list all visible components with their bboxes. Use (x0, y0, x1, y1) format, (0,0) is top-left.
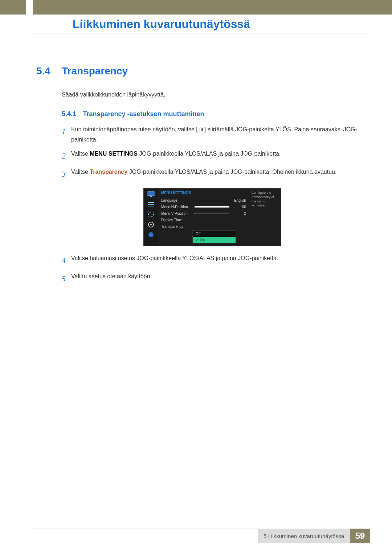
step-text: Valitse Transparency JOG-painikkeella YL… (71, 167, 363, 181)
step-number: 3 (62, 167, 71, 181)
osd-row: Language English (161, 197, 246, 204)
step-number: 1 (62, 124, 71, 145)
osd-row-value: English (232, 198, 246, 202)
svg-rect-5 (149, 212, 153, 217)
osd-option: Off (193, 231, 236, 237)
step-number: 5 (62, 271, 71, 286)
subsection-number: 5.4.1 (62, 110, 76, 118)
step-text: Valittu asetus otetaan käyttöön. (71, 271, 363, 286)
osd-row-label: Menu H-Position (161, 205, 192, 209)
svg-rect-1 (150, 196, 152, 197)
step-text-pre: Kun toimintonäppäinopas tulee näyttöön, … (71, 126, 198, 132)
osd-slider (195, 213, 229, 214)
svg-rect-0 (148, 192, 154, 196)
step-item: 3 Valitse Transparency JOG-painikkeella … (62, 167, 363, 181)
step-text: Valitse haluamasi asetus JOG-painikkeell… (71, 253, 363, 268)
svg-marker-8 (148, 214, 149, 215)
svg-rect-2 (148, 202, 154, 203)
step-item: 1 Kun toimintonäppäinopas tulee näyttöön… (62, 124, 363, 145)
osd-row-label: Display Time (161, 218, 192, 222)
monitor-icon (147, 191, 155, 197)
section-title: Transparency (62, 65, 128, 77)
svg-rect-3 (148, 204, 154, 205)
svg-marker-7 (150, 217, 152, 218)
step-item: 5 Valittu asetus otetaan käyttöön. (62, 271, 363, 286)
step-list: 1 Kun toimintonäppäinopas tulee näyttöön… (62, 124, 363, 286)
page-header: Liikkuminen kuvaruutunäytössä (33, 14, 370, 33)
svg-text:i: i (150, 233, 151, 237)
osd-row-label: Language (161, 198, 192, 202)
step-text-post: JOG-painikkeella YLÖS/ALAS ja paina JOG-… (127, 169, 336, 175)
position-icon (147, 211, 155, 218)
chapter-title: Liikkuminen kuvaruutunäytössä (73, 14, 370, 31)
osd-sidebar: i (144, 189, 158, 246)
subsection-heading: 5.4.1 Transparency -asetuksen muuttamine… (62, 110, 363, 118)
section-heading: 5.4 Transparency (36, 65, 363, 77)
check-icon: ✓ (196, 238, 199, 242)
svg-marker-6 (150, 211, 152, 212)
osd-dropdown: Off ✓ On (192, 230, 236, 243)
osd-main: MENU SETTINGS Language English Menu H-Po… (158, 189, 249, 246)
osd-row: Transparency (161, 223, 246, 230)
step-text: Valitse MENU SETTINGS JOG-painikkeella Y… (71, 149, 363, 163)
osd-slider (195, 206, 229, 208)
step-number: 2 (62, 149, 71, 163)
gear-icon (147, 221, 155, 228)
header-stripe-gap (26, 0, 33, 15)
menu-icon (198, 127, 204, 132)
step-text-post: JOG-painikkeella YLÖS/ALAS ja paina JOG-… (138, 151, 281, 157)
step-text-bold: MENU SETTINGS (90, 151, 138, 157)
osd-row-label: Transparency (161, 225, 192, 229)
svg-marker-9 (153, 214, 154, 215)
osd-row: Display Time (161, 217, 246, 223)
step-text-pre: Valitse (71, 169, 90, 175)
footer-chapter: 5 Liikkuminen kuvaruutunäytössä (258, 529, 350, 543)
osd-row-value: 2 (232, 212, 246, 216)
svg-point-11 (150, 224, 152, 225)
step-text: Kun toimintonäppäinopas tulee näyttöön, … (71, 124, 363, 145)
osd-option-label: On (200, 238, 205, 242)
step-item: 2 Valitse MENU SETTINGS JOG-painikkeella… (62, 149, 363, 163)
svg-rect-4 (148, 206, 154, 206)
footer-page-number: 59 (350, 529, 370, 543)
osd-row-value: 100 (232, 205, 246, 209)
page-footer: 5 Liikkuminen kuvaruutunäytössä 59 (258, 529, 370, 543)
osd-row: Menu H-Position 100 (161, 204, 246, 210)
osd-option-selected: ✓ On (193, 237, 236, 243)
step-number: 4 (62, 253, 71, 268)
osd-description: Configure the transparency of the menu w… (249, 189, 281, 246)
osd-screenshot: i MENU SETTINGS Language English Menu H-… (143, 188, 281, 246)
section-number: 5.4 (36, 65, 62, 77)
osd-row-label: Menu V-Position (161, 212, 192, 216)
osd-title: MENU SETTINGS (161, 191, 246, 195)
subsection-title: Transparency -asetuksen muuttaminen (83, 110, 204, 118)
step-text-pre: Valitse (71, 151, 90, 157)
section-intro: Säädä valikkoikkunoiden läpinäkyvyyttä. (62, 90, 363, 99)
step-text-accent: Transparency (90, 169, 127, 175)
page-content: 5.4 Transparency Säädä valikkoikkunoiden… (36, 65, 363, 290)
info-icon: i (147, 231, 155, 238)
list-icon (147, 201, 155, 208)
osd-row: Menu V-Position 2 (161, 210, 246, 217)
header-stripe (0, 0, 392, 15)
step-item: 4 Valitse haluamasi asetus JOG-painikkee… (62, 253, 363, 268)
